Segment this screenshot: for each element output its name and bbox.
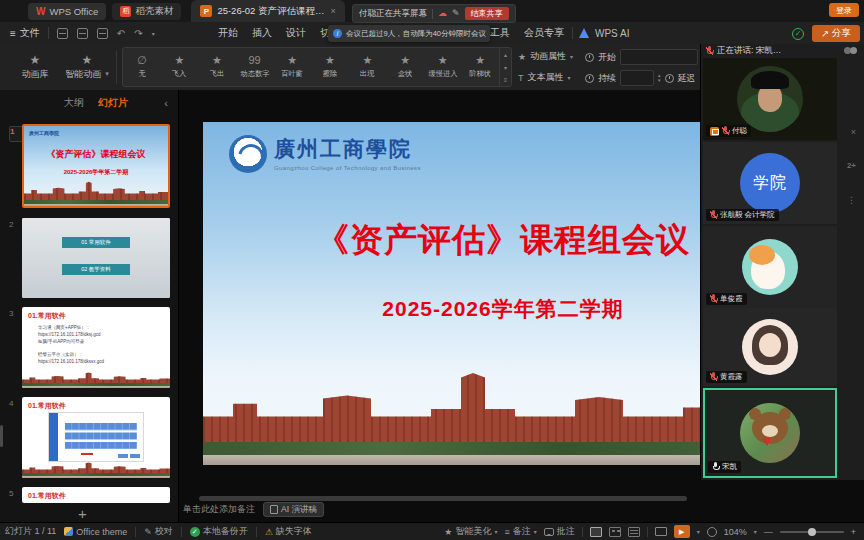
login-button[interactable]: 登录: [829, 3, 859, 17]
export-icon[interactable]: [97, 28, 108, 39]
missing-fonts-warning[interactable]: ⚠ 缺失字体: [265, 525, 312, 538]
tab-outline[interactable]: 大纲: [64, 96, 84, 110]
effect-blinds[interactable]: ★ 百叶窗: [273, 48, 311, 86]
smart-beautify-button[interactable]: ★ 智能美化 ▾: [444, 525, 497, 538]
duration-label: 持续: [598, 72, 616, 85]
notes-placeholder[interactable]: 单击此处添加备注: [183, 503, 255, 516]
ai-speech-button[interactable]: AI 演讲稿: [263, 502, 324, 517]
tab-home[interactable]: 开始: [218, 26, 238, 40]
play-slideshow-button[interactable]: ▶: [674, 525, 690, 538]
panel-resize-handle[interactable]: [0, 425, 3, 447]
add-slide-button[interactable]: +: [78, 505, 87, 522]
slide-thumbnail-3[interactable]: 01.常用软件 学习通（网页+APP版）： https://172.16.101…: [22, 307, 170, 388]
divider: [582, 527, 583, 537]
thumb1-subtitle: 2025-2026学年第二学期: [24, 168, 168, 177]
duration-input[interactable]: [620, 70, 654, 86]
slide-thumbnail-5[interactable]: 01.常用软件: [22, 487, 170, 503]
toast-close-icon[interactable]: ×: [490, 29, 495, 38]
share-button[interactable]: ↗ 分享: [812, 25, 860, 42]
zoom-level[interactable]: 104%: [724, 527, 747, 537]
notes-icon: ≡: [504, 527, 509, 537]
participant-tile-3[interactable]: 单俊霞: [703, 226, 837, 308]
divider: [647, 527, 648, 537]
slide-thumbnail-4[interactable]: 01.常用软件: [22, 397, 170, 478]
effect-none[interactable]: ∅ 无: [123, 48, 161, 86]
participant-tile-5-speaking[interactable]: ♥ 宋凯: [703, 388, 837, 478]
zoom-in-icon[interactable]: +: [851, 527, 856, 537]
end-share-button[interactable]: 结束共享: [465, 7, 509, 20]
fit-window-icon[interactable]: [707, 527, 717, 537]
slide-number: 2: [9, 220, 13, 229]
share-banner-text: 付聪正在共享屏幕: [359, 8, 427, 20]
play-options-icon[interactable]: ▾: [697, 528, 700, 535]
smart-animation-button[interactable]: ★ 智能动画▾: [62, 48, 112, 86]
customize-toolbar-icon[interactable]: ▾: [152, 30, 155, 37]
gallery-scroll-up-icon[interactable]: ▴: [504, 51, 507, 58]
tab-slides[interactable]: 幻灯片: [98, 96, 128, 110]
cloud-sync-icon[interactable]: ✓: [792, 28, 804, 40]
effect-none-icon: ∅: [137, 55, 147, 66]
proofread-button[interactable]: ✎ 校对: [144, 525, 173, 538]
zoom-out-icon[interactable]: —: [764, 527, 773, 537]
effect-box[interactable]: ★ 盒状: [386, 48, 424, 86]
close-tab-icon[interactable]: ×: [330, 6, 335, 16]
wps-presentation-window: W WPS Office 稻 稻壳素材 P 25-26-02 资产评估课程组… …: [0, 0, 864, 540]
gallery-scroll-down-icon[interactable]: ▾: [504, 64, 507, 71]
annotate-icon[interactable]: ✎: [452, 9, 460, 18]
slide-number: 4: [9, 399, 13, 408]
save-icon[interactable]: [57, 28, 68, 39]
slide-thumbnail-2[interactable]: 01 常用软件 02 教学资料: [22, 218, 170, 298]
local-backup-status[interactable]: ✓ 本地备份开: [190, 525, 248, 538]
slideshow-settings-icon[interactable]: [655, 527, 667, 536]
participant-tile-2[interactable]: 学院 张航毅 会计学院: [703, 142, 837, 224]
document-tab[interactable]: P 25-26-02 资产评估课程组… ×: [191, 0, 344, 22]
print-icon[interactable]: [77, 28, 88, 39]
effect-dynamic-number[interactable]: 99 动态数字: [236, 48, 274, 86]
divider: [181, 527, 182, 537]
reading-view-button[interactable]: [628, 527, 640, 537]
effect-star-icon: ★: [287, 55, 297, 66]
participant-tile-4[interactable]: 黄霞露: [703, 308, 837, 386]
undo-icon[interactable]: ↶: [117, 28, 125, 39]
wps-ai-button[interactable]: WPS AI: [572, 22, 629, 44]
effect-slow-enter[interactable]: ★ 缓慢进入: [424, 48, 462, 86]
text-properties-button[interactable]: T 文本属性 ▾: [518, 71, 573, 84]
participant-tile-1[interactable]: 付聪: [703, 58, 837, 140]
tab-design[interactable]: 设计: [286, 26, 306, 40]
effect-wipe[interactable]: ★ 擦除: [311, 48, 349, 86]
participant-name-chip: 单俊霞: [706, 293, 747, 305]
panel-close-icon[interactable]: ×: [851, 128, 856, 137]
wps-home-tab[interactable]: W WPS Office: [28, 3, 106, 20]
cloud-icon[interactable]: ☁: [438, 9, 447, 18]
zoom-slider[interactable]: [780, 531, 844, 533]
effect-fly-in[interactable]: ★ 飞入: [161, 48, 199, 86]
comments-button[interactable]: 批注: [544, 525, 575, 538]
horizontal-scrollbar[interactable]: [199, 496, 687, 501]
more-options-icon[interactable]: ⋮: [847, 196, 856, 205]
tab-insert[interactable]: 插入: [252, 26, 272, 40]
notes-button[interactable]: ≡ 备注 ▾: [504, 525, 536, 538]
zoom-slider-knob[interactable]: [808, 528, 816, 536]
slide-sorter-view-button[interactable]: [609, 527, 621, 537]
participants-icon[interactable]: [842, 46, 860, 56]
mini-app-highlight: [81, 453, 93, 455]
effect-fly-out[interactable]: ★ 飞出: [198, 48, 236, 86]
start-select[interactable]: [620, 49, 698, 65]
effect-appear[interactable]: ★ 出现: [349, 48, 387, 86]
duration-stepper[interactable]: ▴▾: [658, 73, 661, 84]
docer-tab[interactable]: 稻 稻壳素材: [112, 3, 181, 20]
animation-properties-button[interactable]: ★ 动画属性 ▾: [518, 50, 573, 63]
avatar: ♥: [740, 403, 800, 463]
effect-stairs[interactable]: ★ 阶梯状: [461, 48, 499, 86]
normal-view-button[interactable]: [590, 527, 602, 537]
animation-gallery-button[interactable]: ★ 动画库: [10, 48, 60, 86]
collapse-panel-icon[interactable]: ‹: [164, 97, 168, 109]
tab-member[interactable]: 会员专享: [524, 26, 564, 40]
redo-icon[interactable]: ↷: [134, 28, 142, 39]
slide-thumbnail-1[interactable]: 廣州工商學院 《资产评估》课程组会议 2025-2026学年第二学期: [22, 124, 170, 208]
gallery-more-icon[interactable]: ≡: [504, 77, 508, 83]
theme-indicator[interactable]: Office theme: [64, 527, 127, 537]
invite-member-icon[interactable]: 2+: [847, 162, 856, 170]
file-menu-button[interactable]: ≡ 文件: [10, 26, 40, 40]
school-logo[interactable]: 廣州工商學院 Guangzhou College of Technology a…: [229, 135, 421, 173]
